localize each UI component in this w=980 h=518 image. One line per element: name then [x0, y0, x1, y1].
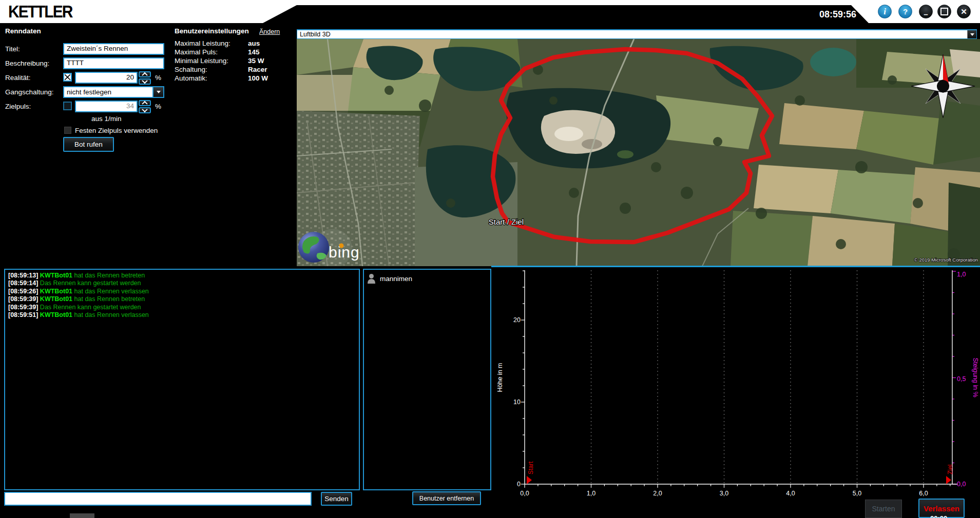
x-tick: 2,0 — [653, 490, 662, 497]
y-left-tick: 0 — [517, 481, 521, 488]
chat-message: [08:59:14] Das Rennen kann gestartet wer… — [8, 280, 356, 287]
festen-zielpuls-checkbox[interactable] — [64, 127, 71, 134]
ziel-marker-label: Ziel — [947, 465, 954, 474]
gangschaltung-select[interactable]: nicht festlegen — [63, 86, 164, 98]
chat-message: [08:59:39] Das Rennen kann gestartet wer… — [8, 304, 356, 311]
y-left-tick: 20 — [513, 316, 521, 324]
zielpuls-checkbox[interactable] — [63, 102, 72, 110]
setting-value: 35 W — [248, 57, 264, 65]
chat-input[interactable] — [4, 492, 312, 506]
chevron-up-icon — [142, 101, 147, 107]
beschreibung-input[interactable]: TTTT — [63, 57, 164, 69]
kettler-logo: KETTLER — [8, 3, 72, 22]
realitaet-checkbox[interactable] — [63, 73, 72, 82]
zielpuls-input[interactable]: 34 — [75, 101, 138, 112]
ziel-flag-icon — [946, 476, 951, 484]
setting-value: aus — [248, 39, 260, 47]
taskbar-fragment — [70, 513, 94, 518]
zielpuls-spin-up[interactable] — [139, 100, 151, 106]
chat-message: [08:59:26] KWTBot01 hat das Rennen verla… — [8, 288, 356, 295]
zielpuls-label: Zielpuls: — [5, 103, 31, 110]
chat-message: [08:59:39] KWTBot01 hat das Rennen betre… — [8, 295, 356, 303]
send-button[interactable]: Senden — [321, 492, 352, 506]
minimize-button[interactable]: – — [919, 5, 933, 18]
setting-label: Maximal Leistung: — [175, 39, 246, 47]
map-view[interactable]: Start / Ziel bing — [297, 39, 980, 266]
bot-rufen-button[interactable]: Bot rufen — [63, 137, 114, 152]
map-layer-value: Luftbild 3D — [300, 31, 331, 38]
zielpuls-spin-down[interactable] — [139, 107, 151, 113]
chevron-down-icon — [142, 107, 147, 112]
chat-log[interactable]: [08:59:13] KWTBot01 hat das Rennen betre… — [4, 269, 360, 490]
x-tick: 3,0 — [720, 490, 728, 497]
chevron-down-icon — [157, 91, 161, 93]
help-icon: ? — [903, 7, 908, 16]
chat-message: [08:59:51] KWTBot01 hat das Rennen verla… — [8, 311, 356, 319]
x-tick: 1,0 — [587, 490, 595, 497]
realitaet-label: Realität: — [5, 74, 31, 82]
user-list-item[interactable]: mannimen — [364, 270, 490, 287]
dropdown-arrow-button[interactable] — [152, 87, 163, 97]
setting-label: Schaltung: — [175, 66, 246, 73]
bing-wordmark: bing — [329, 244, 360, 261]
setting-value: Racer — [248, 66, 267, 73]
dropdown-arrow-button[interactable] — [967, 30, 976, 38]
aus-hint: aus 1/min — [91, 115, 122, 123]
start-ziel-map-label: Start / Ziel — [489, 217, 524, 226]
clock: 08:59:56 — [765, 9, 856, 20]
maximize-icon — [940, 8, 948, 15]
x-tick: 6,0 — [919, 490, 928, 497]
aendern-link[interactable]: Ändern — [259, 28, 280, 35]
remove-user-button[interactable]: Benutzer entfernen — [412, 491, 481, 505]
setting-label: Automatik: — [175, 74, 246, 82]
y-right-axis-label: Steigung in % — [972, 357, 979, 397]
chevron-up-icon — [142, 72, 147, 78]
benutzereinstellungen-heading: Benutzereinstellungen — [175, 27, 249, 35]
minimize-icon: – — [924, 10, 928, 18]
realitaet-spin-up[interactable] — [139, 71, 151, 77]
x-tick: 4,0 — [786, 490, 795, 497]
renndaten-heading: Renndaten — [5, 27, 41, 35]
x-tick: 0,0 — [520, 490, 529, 497]
y-right-tick: 0,5 — [957, 375, 966, 383]
user-name: mannimen — [380, 275, 412, 283]
y-left-axis-label: Höhe in m — [496, 363, 504, 392]
user-list[interactable]: mannimen — [363, 269, 491, 490]
user-icon — [367, 273, 376, 284]
gangschaltung-label: Gangschaltung: — [5, 88, 54, 96]
info-button[interactable]: i — [878, 5, 892, 18]
y-right-tick: 0,0 — [957, 481, 966, 488]
titel-input[interactable]: Zweistein´s Rennen — [63, 43, 164, 55]
setting-value: 145 — [248, 48, 260, 56]
close-button[interactable]: ✕ — [957, 5, 971, 18]
realitaet-input[interactable]: 20 — [75, 72, 138, 84]
start-flag-icon — [527, 476, 532, 484]
checkmark-x-icon — [65, 74, 70, 80]
start-race-button[interactable]: Starten — [865, 500, 902, 518]
chevron-down-icon — [142, 78, 147, 84]
map-layer-select[interactable]: Luftbild 3D — [297, 29, 977, 39]
maximize-button[interactable] — [937, 5, 951, 18]
realitaet-unit: % — [155, 74, 161, 82]
setting-label: Minimal Leistung: — [175, 57, 246, 65]
kettler-app-window: KETTLER 08:59:56 i ? – ✕ Renndaten Titel… — [0, 0, 980, 518]
realitaet-spin-down[interactable] — [139, 78, 151, 85]
chat-message: [08:59:13] KWTBot01 hat das Rennen betre… — [8, 272, 356, 280]
setting-value: 100 W — [248, 74, 268, 82]
setting-label: Maximal Puls: — [175, 48, 246, 56]
zielpuls-unit: % — [155, 103, 161, 110]
beschreibung-label: Beschreibung: — [5, 59, 49, 67]
map-copyright: © 2019 Microsoft Corporation — [914, 257, 978, 263]
map-satellite-image: Start / Ziel bing — [297, 39, 980, 266]
chevron-down-icon — [970, 33, 974, 36]
titel-label: Titel: — [5, 45, 20, 53]
start-marker-label: Start — [527, 461, 534, 474]
y-left-tick: 10 — [513, 399, 521, 406]
gangschaltung-value: nicht festlegen — [67, 88, 111, 96]
x-tick: 5,0 — [853, 490, 861, 497]
elevation-chart: 0 10 20 Höhe in m 0,0 0,5 1,0 Steigung i… — [493, 267, 980, 518]
help-button[interactable]: ? — [898, 5, 912, 18]
close-icon: ✕ — [960, 7, 967, 16]
y-right-tick: 1,0 — [957, 271, 966, 278]
race-timer: 00:00 — [930, 514, 947, 518]
